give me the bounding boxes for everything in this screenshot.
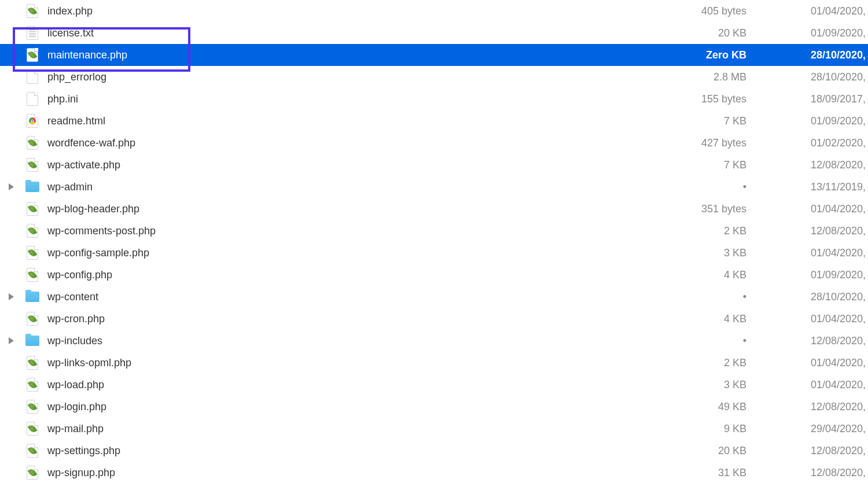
file-name[interactable]: wp-blog-header.php (43, 203, 660, 215)
file-name[interactable]: wp-links-opml.php (43, 357, 660, 369)
icon-cell (22, 48, 43, 62)
file-name[interactable]: wp-activate.php (43, 159, 660, 171)
icon-cell (22, 158, 43, 172)
folder-icon (25, 336, 39, 346)
php-file-icon (27, 466, 38, 480)
icon-cell (22, 246, 43, 260)
php-file-icon (27, 202, 38, 216)
file-name[interactable]: license.txt (43, 27, 660, 39)
file-size: 31 KB (660, 467, 764, 479)
icon-cell (22, 114, 43, 128)
file-date: 18/09/2017, (764, 93, 868, 105)
disclosure-triangle-icon[interactable] (9, 293, 14, 300)
php-file-icon (27, 422, 38, 436)
file-size: 7 KB (660, 159, 764, 171)
php-file-icon (27, 158, 38, 172)
icon-cell (22, 378, 43, 392)
file-date: 28/10/2020, (764, 71, 868, 83)
file-row[interactable]: maintenance.phpZero KB28/10/2020, (0, 44, 868, 66)
file-row[interactable]: wp-includes•12/08/2020, (0, 330, 868, 352)
file-row[interactable]: readme.html7 KB01/09/2020, (0, 110, 868, 132)
file-row[interactable]: wp-links-opml.php2 KB01/04/2020, (0, 352, 868, 374)
php-file-icon (27, 400, 38, 414)
php-file-icon (27, 444, 38, 458)
file-name[interactable]: wp-load.php (43, 379, 660, 391)
file-row[interactable]: license.txt20 KB01/09/2020, (0, 22, 868, 44)
file-name[interactable]: index.php (43, 5, 660, 17)
file-size: 4 KB (660, 313, 764, 325)
file-name[interactable]: wp-admin (43, 181, 660, 193)
disclosure-triangle-icon[interactable] (9, 183, 14, 190)
file-row[interactable]: wp-cron.php4 KB01/04/2020, (0, 308, 868, 330)
icon-cell (22, 336, 43, 346)
file-size: 2 KB (660, 357, 764, 369)
icon-cell (22, 70, 43, 84)
file-row[interactable]: wp-comments-post.php2 KB12/08/2020, (0, 220, 868, 242)
file-name[interactable]: wp-signup.php (43, 467, 660, 479)
php-file-icon (27, 378, 38, 392)
file-list: index.php405 bytes01/04/2020,license.txt… (0, 0, 868, 484)
file-row[interactable]: wp-login.php49 KB12/08/2020, (0, 396, 868, 418)
disclosure-cell[interactable] (0, 183, 22, 190)
file-name[interactable]: maintenance.php (43, 49, 660, 61)
file-row[interactable]: wp-signup.php31 KB12/08/2020, (0, 462, 868, 484)
file-row[interactable]: wp-blog-header.php351 bytes01/04/2020, (0, 198, 868, 220)
file-row[interactable]: php_errorlog2.8 MB28/10/2020, (0, 66, 868, 88)
php-file-icon (27, 4, 38, 18)
file-size: • (660, 181, 764, 193)
file-row[interactable]: wp-config.php4 KB01/09/2020, (0, 264, 868, 286)
file-date: 28/10/2020, (764, 291, 868, 303)
php-file-icon (27, 312, 38, 326)
file-date: 12/08/2020, (764, 467, 868, 479)
disclosure-cell[interactable] (0, 337, 22, 344)
file-date: 29/04/2020, (764, 423, 868, 435)
icon-cell (22, 466, 43, 480)
file-row[interactable]: wordfence-waf.php427 bytes01/02/2020, (0, 132, 868, 154)
file-size: • (660, 335, 764, 347)
file-name[interactable]: php_errorlog (43, 71, 660, 83)
file-row[interactable]: wp-admin•13/11/2019, (0, 176, 868, 198)
file-row[interactable]: index.php405 bytes01/04/2020, (0, 0, 868, 22)
file-name[interactable]: wp-config-sample.php (43, 247, 660, 259)
disclosure-cell[interactable] (0, 293, 22, 300)
icon-cell (22, 422, 43, 436)
file-date: 01/04/2020, (764, 379, 868, 391)
file-name[interactable]: wp-comments-post.php (43, 225, 660, 237)
file-name[interactable]: readme.html (43, 115, 660, 127)
file-row[interactable]: wp-load.php3 KB01/04/2020, (0, 374, 868, 396)
icon-cell (22, 182, 43, 192)
php-file-icon (27, 224, 38, 238)
file-row[interactable]: wp-mail.php9 KB29/04/2020, (0, 418, 868, 440)
file-name[interactable]: wp-mail.php (43, 423, 660, 435)
file-name[interactable]: wp-settings.php (43, 445, 660, 457)
php-file-icon (27, 136, 38, 150)
file-date: 01/09/2020, (764, 115, 868, 127)
file-name[interactable]: wp-content (43, 291, 660, 303)
file-size: 3 KB (660, 379, 764, 391)
file-size: 20 KB (660, 445, 764, 457)
file-name[interactable]: wp-cron.php (43, 313, 660, 325)
file-date: 12/08/2020, (764, 225, 868, 237)
file-size: 49 KB (660, 401, 764, 413)
file-row[interactable]: wp-settings.php20 KB12/08/2020, (0, 440, 868, 462)
file-size: 3 KB (660, 247, 764, 259)
file-row[interactable]: php.ini155 bytes18/09/2017, (0, 88, 868, 110)
file-name[interactable]: wp-includes (43, 335, 660, 347)
file-row[interactable]: wp-content•28/10/2020, (0, 286, 868, 308)
file-name[interactable]: php.ini (43, 93, 660, 105)
disclosure-triangle-icon[interactable] (9, 337, 14, 344)
file-date: 28/10/2020, (764, 49, 868, 61)
file-size: 9 KB (660, 423, 764, 435)
file-date: 12/08/2020, (764, 335, 868, 347)
file-row[interactable]: wp-activate.php7 KB12/08/2020, (0, 154, 868, 176)
file-name[interactable]: wordfence-waf.php (43, 137, 660, 149)
file-date: 01/02/2020, (764, 137, 868, 149)
file-row[interactable]: wp-config-sample.php3 KB01/04/2020, (0, 242, 868, 264)
icon-cell (22, 444, 43, 458)
file-size: 155 bytes (660, 93, 764, 105)
file-name[interactable]: wp-login.php (43, 401, 660, 413)
file-name[interactable]: wp-config.php (43, 269, 660, 281)
blank-file-icon (27, 70, 38, 84)
icon-cell (22, 268, 43, 282)
file-size: 405 bytes (660, 5, 764, 17)
